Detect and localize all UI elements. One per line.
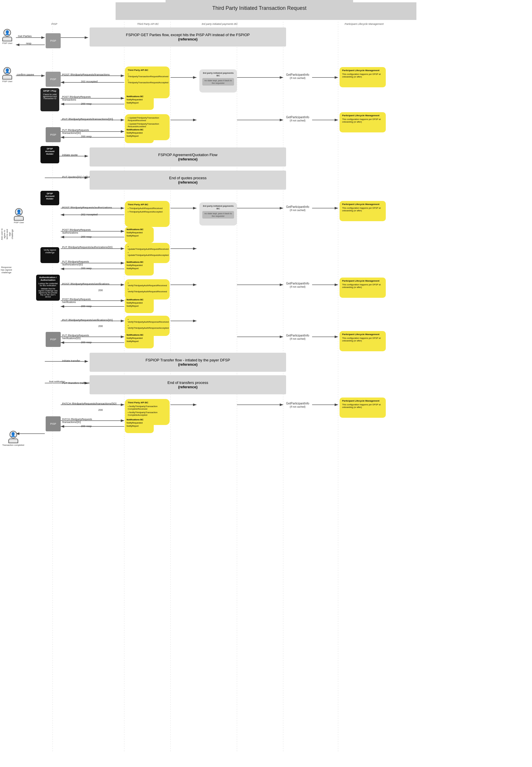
notif-bc-1: Notifications BC NotifyRequested NotifyR… (125, 94, 154, 110)
page-title: Third Party Initiated Transaction Reques… (166, 0, 353, 16)
put-auth-notify-label: PUT /thirdpartyRequests/authorizations/{… (62, 260, 89, 266)
200-resp-7: 200 resp (81, 425, 92, 428)
ask-user-label: Ask user to agree to terms and sign chal… (1, 228, 14, 240)
transfer-ref-box: FSPIOP Transfer flow - intiated by the p… (90, 353, 286, 372)
lifecycle-box-2: Participant Lifecycle Management This co… (340, 112, 386, 132)
lifecycle-box-3: Participant Lifecycle Management This co… (340, 201, 386, 221)
put-transactions-id-label: PUT /thirdpartyRequests/transactions/{ID… (62, 117, 113, 121)
get-participant-info-4: GetParticipantInfo(If not cached) (286, 282, 309, 288)
post-transactions-label: POST /thirdpartyRequests/transactions (62, 73, 110, 76)
200-resp-5: 200 resp (81, 304, 92, 307)
transaction-completed-label: Transaction completed (2, 444, 24, 447)
notif-bc-4: Notifications BC NotifyRequested NotifyR… (125, 260, 154, 275)
post-authorizations-label: POST /thirdpartyRequests/authorizations (62, 206, 112, 209)
pisp-user-2: 👤 PISP User (2, 67, 12, 83)
pisp-user-label: PISP User (2, 42, 12, 45)
notif-bc-5: Notifications BC NotifyRequested NotifyR… (125, 297, 154, 313)
get-participant-info-5: GetParticipantInfo(If not cached) (286, 334, 309, 340)
third-party-api-bc-3: Third Party API BC • ThirdpartyAuthReque… (125, 201, 170, 227)
post-verif-notify-label: POST /thirdpartyRequests/verifications (62, 298, 91, 303)
pisp-box-1: PISP (46, 33, 61, 48)
put-verif-id-label: PUT /thirdpartyRequests/verifications/{I… (62, 318, 113, 321)
200-verif-2: 200 (98, 324, 103, 327)
col-participant-lifecycle: Participant Lifecycle Management (340, 23, 389, 25)
get-parties-label: Get Parties (18, 34, 32, 38)
notif-bc-2: Notifications BC NotifyRequested NotifyR… (125, 127, 154, 143)
get-participant-info-3: GetParticipantInfo(If not cached) (286, 205, 309, 212)
put-quotes-label: PUT /quotes/{ID} Callback (62, 175, 92, 178)
third-party-api-bc-verify: • VerifyThirdpartyAuthRequestReceived • … (125, 279, 170, 299)
dfsp-pisp-box: DFSP / Pisp Check for solid agreement an… (40, 88, 59, 111)
put-transactions-notify-label: PUT /thirdpartyRequests/transactions/{ID… (62, 129, 89, 134)
200-patch: 200 (98, 408, 103, 412)
dfsp-grey-2: PISP (46, 127, 61, 142)
notif-bc-6: Notifications BC NotifyRequested NotifyR… (125, 332, 154, 348)
lifecycle-box-4: Participant Lifecycle Management This co… (340, 277, 386, 298)
initiate-transfer-label: initiate transfer (62, 359, 80, 362)
200-resp-4: 200 resp (81, 266, 92, 270)
patch-transactions-label: PATCH /thirdpartyRequests/transactions/{… (62, 402, 116, 405)
resp-label: resp (26, 42, 31, 45)
put-verif-notify-label: PUT /thirdpartyRequests/verifications/{I… (62, 334, 89, 340)
lifecycle-box-6: Participant Lifecycle Management This co… (340, 398, 386, 418)
202-accepted-2: 202 Accepted (81, 213, 98, 216)
dfsp-verify-signed: Verify signed challenge (40, 247, 59, 263)
third-party-payments-bc-2: 3rd party initiated payments BC no state… (199, 202, 237, 225)
pisp-user-label-2: PISP User (2, 80, 12, 83)
confirm-payee-label: confirm payee (17, 73, 34, 76)
agreement-ref-box: FSPIOP Agreement/Quotation Flow (referen… (90, 147, 286, 166)
end-quotes-ref-box: End of quotes process (reference) (90, 170, 286, 190)
pisp-user-final: 👤 Transaction completed (2, 431, 24, 447)
200-resp-2: 200 resp (81, 135, 92, 138)
third-party-payments-bc-1: 3rd party initiated payments BC no state… (199, 69, 237, 92)
pisp-box-2: PISP (46, 72, 61, 87)
pisp-user-1: 👤 PISP User (2, 29, 12, 45)
post-auth-notify-label: POST /thirdpartyRequests/authorizations (62, 228, 91, 234)
get-participant-info-2: GetParticipantInfo(If not cached) (286, 116, 309, 122)
dfsp-account-box: DFSP Account Holder (40, 146, 59, 163)
initiate-quote-label: initiate quote (62, 153, 78, 156)
dfsp-account-auth: DFSP Account Holder (40, 191, 59, 205)
post-verifications-label: POST /thirdpartyRequests/verifications (62, 282, 110, 285)
col-third-party-payments: 3rd party initiated payments BC (199, 23, 240, 25)
put-auth-id-label: PUT /thirdpartyRequests/authorizations/{… (62, 246, 112, 249)
200-verifications: 200 (98, 288, 103, 292)
lifecycle-box-1: Participant Lifecycle Management This co… (340, 67, 386, 87)
200-resp-1: 200 resp (81, 102, 92, 105)
col-pisp: PISP (46, 23, 63, 25)
pisp-user-3: 👤 PISP User (14, 208, 24, 224)
response-signed-label: Response has signed challenge (1, 266, 12, 274)
get-participant-info-6: GetParticipantInfo(If not cached) (286, 402, 309, 408)
end-transfers-ref-box: End of transfers process (reference) (90, 375, 286, 395)
put-transfers-label: PUT /transfers Callback (62, 381, 90, 385)
pisp-user-label-3: PISP User (14, 221, 24, 224)
dfsp-grey-verify: PISP (46, 332, 61, 347)
col-third-party-api: Third Party API BC (125, 23, 171, 25)
post-transactions-notify-label: POST /thirdpartyRequests/transactions (62, 95, 91, 101)
auth-box: Authentication / Authorization Lookup th… (36, 275, 60, 301)
patch-notify-label: PATCH /thirdpartyRequests/transactions/{… (62, 418, 92, 424)
notif-bc-7: Notifications BC NotifyRequested NotifyR… (125, 417, 154, 433)
third-party-api-bc-1: Third Party API BC • ThirdpartyTransacti… (125, 66, 170, 98)
200-resp-6: 200 resp (81, 340, 92, 344)
notif-bc-3: Notifications BC NotifyRequested NotifyR… (125, 227, 154, 243)
200-resp-3: 200 resp (81, 235, 92, 238)
get-participant-info-1: GetParticipantInfo(If not cached) (286, 73, 309, 79)
dfsp-grey-final: PISP (46, 416, 61, 431)
lifecycle-box-5: Participant Lifecycle Management This co… (340, 331, 386, 351)
get-parties-ref-box: FSPIOP GET Parties flow, except hits the… (90, 27, 286, 47)
202-accepted-label: 202 Accepted (81, 80, 98, 83)
